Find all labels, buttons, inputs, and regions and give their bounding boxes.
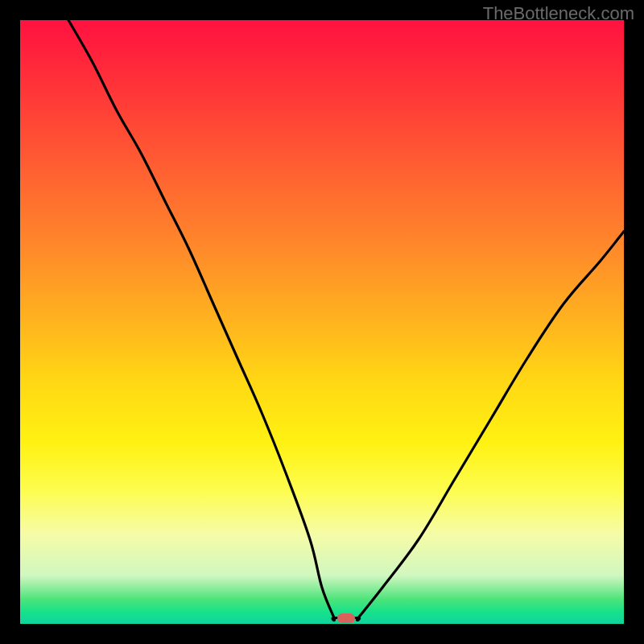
plot-area: [20, 20, 624, 624]
bottleneck-curve: [20, 20, 624, 624]
optimal-marker: [337, 613, 355, 623]
watermark-text: TheBottleneck.com: [483, 3, 634, 24]
